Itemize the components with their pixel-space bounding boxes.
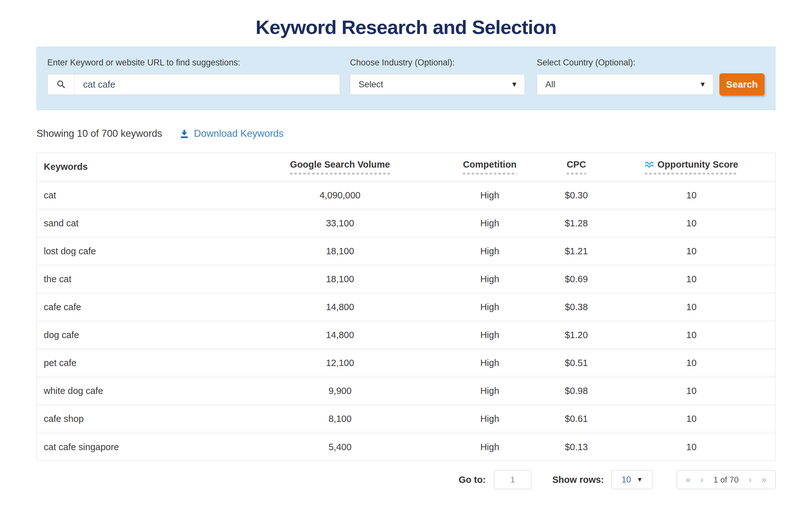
cell-cpc: $0.13 [545,442,608,452]
country-select[interactable]: All ▼ [537,74,713,95]
cell-competition: High [435,358,545,368]
prev-page-button[interactable]: ‹ [701,476,703,484]
column-header-opportunity-score[interactable]: Opportunity Score [608,159,775,174]
keyword-label: Enter Keyword or website URL to find sug… [47,58,340,68]
column-header-cpc-label: CPC [567,159,586,170]
cell-volume: 18,100 [245,246,435,256]
column-header-competition[interactable]: Competition [435,159,545,174]
cell-cpc: $1.28 [545,218,608,228]
cell-cpc: $0.38 [545,302,608,313]
sort-dots [290,173,390,174]
cell-competition: High [435,218,545,228]
cell-score: 10 [608,218,775,228]
cell-keyword: cat cafe singapore [37,442,245,452]
cell-score: 10 [608,190,775,200]
cell-competition: High [435,274,545,285]
sort-dots [567,173,586,174]
cell-score: 10 [608,330,775,340]
table-footer: Go to: Show rows: 10 ▼ « ‹ 1 of 70 › » [36,470,776,489]
download-link-label: Download Keywords [194,128,284,139]
search-panel: Enter Keyword or website URL to find sug… [36,47,776,110]
cell-keyword: sand cat [37,218,245,228]
keywords-table: Keywords Google Search Volume Competitio… [36,153,776,461]
table-row: pet cafe 12,100 High $0.51 10 [37,350,775,377]
cell-competition: High [435,442,545,452]
column-header-opportunity-score-label: Opportunity Score [658,159,738,170]
chevron-down-icon: ▼ [511,80,518,88]
goto-label: Go to: [459,475,486,485]
cell-competition: High [435,190,545,200]
cell-score: 10 [608,302,775,313]
table-row: cafe cafe 14,800 High $0.38 10 [37,294,775,321]
cell-score: 10 [608,358,775,368]
table-row: the cat 18,100 High $0.69 10 [37,266,775,293]
cell-keyword: the cat [37,274,245,285]
download-icon [179,129,190,139]
results-bar: Showing 10 of 700 keywords Download Keyw… [36,128,776,139]
industry-select-value: Select [358,79,383,89]
wave-icon [645,161,655,168]
cell-volume: 14,800 [245,330,435,340]
table-header-row: Keywords Google Search Volume Competitio… [37,153,775,181]
table-row: cat 4,090,000 High $0.30 10 [37,182,775,209]
country-field-group: Select Country (Optional): All ▼ [537,58,713,95]
keyword-search-input[interactable] [75,74,340,94]
table-row: dog cafe 14,800 High $1.20 10 [37,322,775,349]
search-button[interactable]: Search [719,73,764,96]
cell-score: 10 [608,414,775,424]
column-header-keywords-label: Keywords [44,162,88,172]
industry-field-group: Choose Industry (Optional): Select ▼ [350,58,525,95]
cell-cpc: $0.69 [545,274,608,285]
cell-keyword: dog cafe [37,330,245,340]
column-header-search-volume[interactable]: Google Search Volume [245,159,435,174]
chevron-down-icon: ▼ [699,80,706,88]
cell-volume: 9,900 [245,386,435,396]
cell-keyword: lost dog cafe [37,246,245,256]
country-select-value: All [545,79,555,89]
cell-score: 10 [608,442,775,452]
goto-page-input[interactable] [494,470,531,489]
cell-cpc: $0.61 [545,414,608,424]
search-icon [48,74,75,94]
cell-keyword: cafe shop [37,414,245,424]
keyword-input-wrap [47,74,340,95]
cell-keyword: white dog cafe [37,386,245,396]
keyword-research-page: Keyword Research and Selection Enter Key… [36,16,776,489]
show-rows-select[interactable]: 10 ▼ [612,470,653,489]
column-header-keywords: Keywords [37,162,245,172]
cell-competition: High [435,386,545,396]
cell-score: 10 [608,246,775,256]
industry-select[interactable]: Select ▼ [350,74,525,95]
table-row: sand cat 33,100 High $1.28 10 [37,210,775,237]
cell-cpc: $1.20 [545,330,608,340]
page-title: Keyword Research and Selection [36,16,776,38]
sort-dots [463,173,516,174]
cell-keyword: cafe cafe [37,302,245,313]
table-row: cat cafe singapore 5,400 High $0.13 10 [37,433,775,460]
last-page-button[interactable]: » [761,476,766,484]
table-row: white dog cafe 9,900 High $0.98 10 [37,377,775,404]
cell-competition: High [435,302,545,313]
cell-volume: 33,100 [245,218,435,228]
page-indicator: 1 of 70 [713,475,739,485]
cell-cpc: $0.98 [545,386,608,396]
next-page-button[interactable]: › [749,476,751,484]
cell-volume: 14,800 [245,302,435,313]
cell-score: 10 [608,274,775,285]
cell-cpc: $0.51 [545,358,608,368]
column-header-competition-label: Competition [463,159,516,170]
cell-volume: 12,100 [245,358,435,368]
cell-volume: 4,090,000 [245,190,435,200]
cell-volume: 18,100 [245,274,435,285]
first-page-button[interactable]: « [686,476,691,484]
results-summary: Showing 10 of 700 keywords [36,128,162,139]
table-row: lost dog cafe 18,100 High $1.21 10 [37,238,775,265]
download-keywords-link[interactable]: Download Keywords [179,128,284,139]
cell-competition: High [435,414,545,424]
column-header-cpc[interactable]: CPC [545,159,608,174]
cell-competition: High [435,330,545,340]
cell-cpc: $1.21 [545,246,608,256]
table-row: cafe shop 8,100 High $0.61 10 [37,405,775,432]
show-rows-value: 10 [622,475,631,485]
pagination-control: « ‹ 1 of 70 › » [676,470,776,489]
